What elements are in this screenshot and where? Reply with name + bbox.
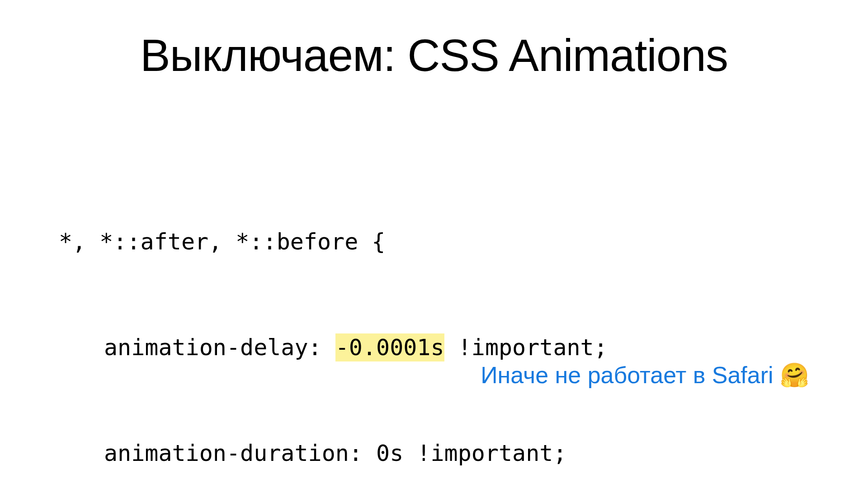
code-prop-delay: animation-delay: (104, 334, 335, 361)
hugging-face-icon: 🤗 (780, 362, 809, 388)
code-line-animation-delay: animation-delay: -0.0001s !important; (59, 330, 809, 365)
code-block: *, *::after, *::before { animation-delay… (59, 154, 809, 488)
slide-caption: Иначе не работает в Safari 🤗 (481, 361, 809, 389)
caption-text: Иначе не работает в Safari (481, 362, 780, 388)
slide-title: Выключаем: CSS Animations (59, 29, 809, 81)
code-highlight-value: -0.0001s (335, 333, 444, 361)
code-line-animation-duration: animation-duration: 0s !important; (59, 436, 809, 471)
code-line-selector: *, *::after, *::before { (59, 224, 809, 259)
code-suffix-important: !important; (444, 334, 608, 361)
slide-container: Выключаем: CSS Animations *, *::after, *… (0, 0, 868, 488)
